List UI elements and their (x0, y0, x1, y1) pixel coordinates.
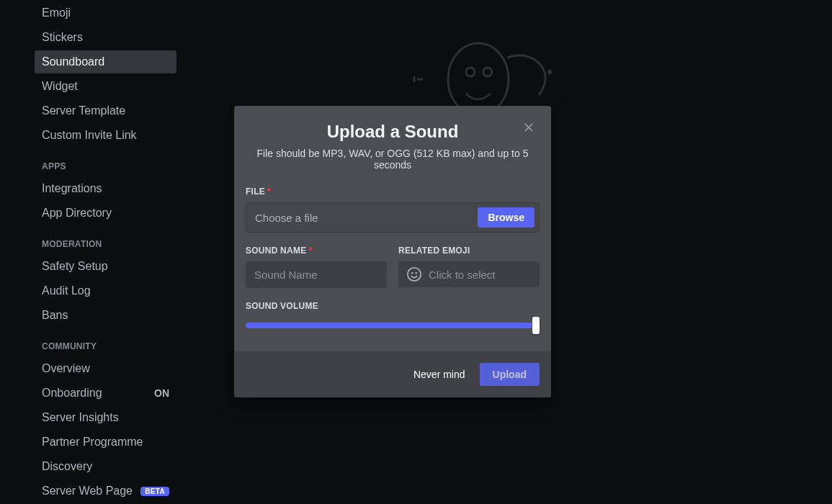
modal-footer: Never mind Upload (234, 351, 551, 397)
volume-slider[interactable] (246, 317, 540, 334)
modal-title: Upload a Sound (249, 122, 537, 142)
sound-name-label: SOUND NAME* (246, 246, 387, 256)
upload-button[interactable]: Upload (480, 363, 540, 386)
svg-point-4 (411, 272, 413, 274)
nevermind-button[interactable]: Never mind (413, 369, 465, 380)
emoji-placeholder: Click to select (429, 269, 496, 281)
svg-point-5 (415, 272, 417, 274)
slider-thumb[interactable] (532, 317, 540, 334)
sound-name-input[interactable] (246, 261, 387, 288)
modal-overlay: Upload a Sound File should be MP3, WAV, … (0, 0, 832, 504)
file-picker-row: Choose a file Browse (246, 202, 540, 233)
file-label: FILE* (246, 186, 540, 197)
upload-sound-modal: Upload a Sound File should be MP3, WAV, … (234, 106, 551, 397)
smiley-icon (406, 266, 423, 283)
browse-button[interactable]: Browse (478, 207, 534, 228)
volume-label: SOUND VOLUME (246, 301, 540, 311)
close-icon (523, 121, 536, 134)
modal-body: FILE* Choose a file Browse SOUND NAME* R… (234, 178, 551, 351)
file-placeholder: Choose a file (255, 212, 478, 224)
svg-point-3 (408, 268, 421, 281)
modal-subtitle: File should be MP3, WAV, or OGG (512 KB … (249, 148, 537, 171)
emoji-picker[interactable]: Click to select (398, 261, 540, 287)
related-emoji-label: RELATED EMOJI (398, 246, 540, 256)
slider-track (246, 323, 540, 328)
modal-header: Upload a Sound File should be MP3, WAV, … (234, 106, 551, 178)
close-button[interactable] (521, 119, 538, 136)
